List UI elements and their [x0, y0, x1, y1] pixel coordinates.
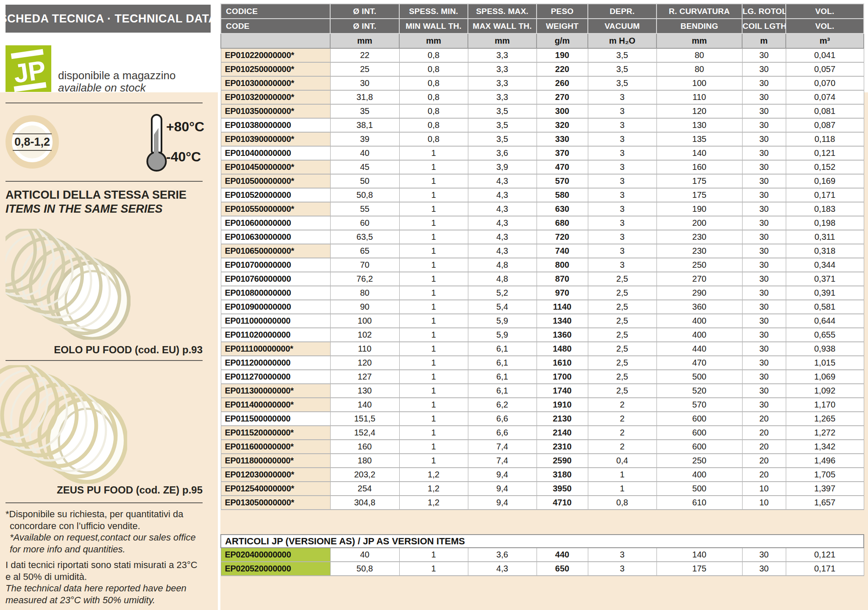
code-cell: EP010600000000: [221, 216, 330, 230]
value-cell: 1,015: [786, 356, 864, 370]
value-cell: 0,8: [399, 104, 468, 118]
value-cell: 35: [330, 104, 399, 118]
footnote-line: *Disponibile su richiesta, per quantitat…: [6, 508, 213, 520]
header-cell: MAX WALL TH.: [468, 19, 537, 33]
header-cell: PESO: [537, 4, 588, 19]
value-cell: 30: [330, 76, 399, 90]
value-cell: 30: [742, 160, 786, 174]
value-cell: 20: [742, 454, 786, 468]
value-cell: 2,5: [588, 286, 657, 300]
value-cell: 30: [742, 258, 786, 272]
value-cell: 0,169: [786, 174, 864, 188]
value-cell: 0,311: [786, 230, 864, 244]
value-cell: 1: [399, 202, 468, 216]
spec-row: EP010550000000*5514,36303190300,183: [221, 202, 864, 216]
value-cell: 270: [537, 90, 588, 104]
spec-row: EP01052000000050,814,35803175300,171: [221, 188, 864, 202]
value-cell: 0,371: [786, 272, 864, 286]
value-cell: 65: [330, 244, 399, 258]
value-cell: 25: [330, 62, 399, 76]
value-cell: 500: [657, 370, 742, 384]
value-cell: 9,4: [468, 496, 537, 510]
header-cell: VOL.: [786, 19, 864, 33]
header-cell: [221, 33, 330, 48]
spec-row: EP010650000000*6514,37403230300,318: [221, 244, 864, 258]
value-cell: 3: [588, 244, 657, 258]
value-cell: 30: [742, 384, 786, 398]
header-cell: SPESS. MIN.: [399, 4, 468, 19]
value-cell: 250: [657, 454, 742, 468]
header-cell: mm: [657, 33, 742, 48]
value-cell: 3: [588, 230, 657, 244]
value-cell: 30: [742, 118, 786, 132]
value-cell: 1140: [537, 300, 588, 314]
divider: [6, 360, 203, 361]
value-cell: 1610: [537, 356, 588, 370]
value-cell: 22: [330, 48, 399, 62]
value-cell: 1: [399, 286, 468, 300]
value-cell: 6,1: [468, 342, 537, 356]
footnote-line: I dati tecnici riportati sono stati misu…: [6, 559, 213, 571]
code-cell: EP012030000000*: [221, 468, 330, 482]
series-heading: ARTICOLI DELLA STESSA SERIE ITEMS IN THE…: [6, 188, 186, 216]
value-cell: 2,5: [588, 370, 657, 384]
value-cell: 600: [657, 412, 742, 426]
value-cell: 2140: [537, 426, 588, 440]
value-cell: 1,272: [786, 426, 864, 440]
value-cell: 0,581: [786, 300, 864, 314]
stock-text-italian: disponibile a magazzino: [58, 69, 176, 82]
value-cell: 3,5: [588, 48, 657, 62]
value-cell: 1,170: [786, 398, 864, 412]
value-cell: 30: [742, 202, 786, 216]
value-cell: 175: [657, 174, 742, 188]
value-cell: 1: [399, 384, 468, 398]
value-cell: 300: [537, 104, 588, 118]
value-cell: 0,655: [786, 328, 864, 342]
value-cell: 520: [657, 384, 742, 398]
value-cell: 30: [742, 90, 786, 104]
value-cell: 90: [330, 300, 399, 314]
code-cell: EP011100000000*: [221, 342, 330, 356]
code-cell: EP020520000000: [221, 562, 330, 576]
value-cell: 470: [657, 356, 742, 370]
value-cell: 600: [657, 440, 742, 454]
header-cell: m³: [786, 33, 864, 48]
value-cell: 1: [399, 562, 468, 576]
value-cell: 2,5: [588, 272, 657, 286]
value-cell: 570: [537, 174, 588, 188]
value-cell: 3,5: [588, 76, 657, 90]
value-cell: 1: [399, 398, 468, 412]
value-cell: 870: [537, 272, 588, 286]
value-cell: 1,397: [786, 482, 864, 496]
value-cell: 1: [399, 454, 468, 468]
value-cell: 30: [742, 104, 786, 118]
value-cell: 3: [588, 160, 657, 174]
value-cell: 230: [657, 244, 742, 258]
value-cell: 140: [330, 398, 399, 412]
value-cell: 4,3: [468, 216, 537, 230]
spec-row: EP01100000000010015,913402,5400300,644: [221, 314, 864, 328]
value-cell: 175: [657, 562, 742, 576]
as-spec-row: EP02052000000050,814,36503175300,171: [221, 562, 864, 576]
value-cell: 3,5: [588, 62, 657, 76]
spec-row: EP011500000000151,516,621302600201,265: [221, 412, 864, 426]
value-cell: 1: [588, 482, 657, 496]
value-cell: 3,5: [468, 132, 537, 146]
value-cell: 1,069: [786, 370, 864, 384]
value-cell: 500: [657, 482, 742, 496]
value-cell: 20: [742, 468, 786, 482]
header-cell: SPESS. MAX.: [468, 4, 537, 19]
value-cell: 230: [657, 230, 742, 244]
value-cell: 110: [657, 90, 742, 104]
spec-row: EP013050000000*304,81,29,447100,8610101,…: [221, 496, 864, 510]
units-row: mmmmmmg/mm H₂Ommmm³: [221, 33, 864, 48]
value-cell: 30: [742, 244, 786, 258]
code-cell: EP010250000000*: [221, 62, 330, 76]
value-cell: 570: [657, 398, 742, 412]
footnotes: *Disponibile su richiesta, per quantitat…: [6, 508, 213, 606]
stock-text-english: available on stock: [58, 82, 176, 94]
value-cell: 260: [537, 76, 588, 90]
spec-row: EP010250000000*250,83,32203,580300,057: [221, 62, 864, 76]
value-cell: 39: [330, 132, 399, 146]
value-cell: 1340: [537, 314, 588, 328]
